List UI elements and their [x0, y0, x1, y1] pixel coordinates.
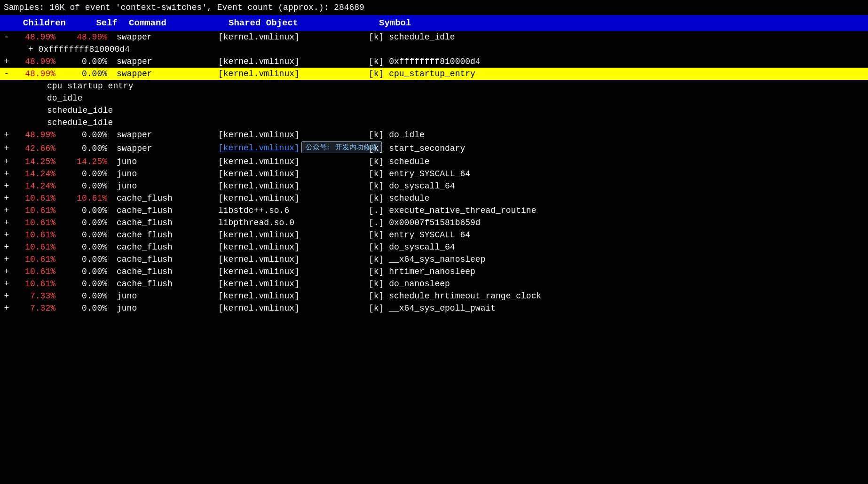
expand-icon[interactable]: + [0, 157, 13, 166]
shared-object-value: [kernel.vmlinux]公众号: 开发内功修炼 [218, 142, 369, 154]
expand-icon[interactable]: + [0, 242, 13, 252]
table-row[interactable]: +10.61%0.00%cache_flushlibstdc++.so.6[.]… [0, 204, 868, 217]
expand-icon[interactable]: + [0, 57, 13, 66]
shared-object-value: [kernel.vmlinux] [218, 267, 369, 276]
symbol-value: [k] do_idle [369, 130, 868, 140]
command-value: cache_flush [115, 218, 218, 227]
children-percent: 48.99% [13, 57, 63, 66]
indent-row: schedule_idle [0, 104, 868, 117]
expand-icon[interactable]: - [0, 32, 13, 42]
children-percent: 7.32% [13, 304, 63, 313]
command-value: cache_flush [115, 206, 218, 215]
header-self[interactable]: Self [73, 18, 125, 28]
self-percent: 0.00% [63, 267, 115, 276]
symbol-value: [k] __x64_sys_epoll_pwait [369, 304, 868, 313]
header-expand [4, 18, 17, 28]
table-row[interactable]: +48.99%0.00%swapper[kernel.vmlinux][k] d… [0, 129, 868, 141]
table-row[interactable]: +14.24%0.00%juno[kernel.vmlinux][k] do_s… [0, 180, 868, 192]
command-value: swapper [115, 69, 218, 78]
table-row[interactable]: +10.61%0.00%cache_flush[kernel.vmlinux][… [0, 229, 868, 241]
children-percent: 10.61% [13, 194, 63, 203]
self-percent: 0.00% [63, 291, 115, 301]
command-value: cache_flush [115, 242, 218, 252]
symbol-value: [k] schedule [369, 194, 868, 203]
children-percent: 10.61% [13, 255, 63, 264]
command-value: juno [115, 291, 218, 301]
symbol-value: [.] 0x00007f51581b659d [369, 218, 868, 227]
symbol-value: [k] 0xffffffff810000d4 [369, 57, 868, 66]
shared-object-value: [kernel.vmlinux] [218, 169, 369, 179]
children-percent: 14.24% [13, 181, 63, 191]
self-percent: 0.00% [63, 242, 115, 252]
table-row[interactable]: +42.66%0.00%swapper[kernel.vmlinux]公众号: … [0, 141, 868, 156]
shared-object-value: [kernel.vmlinux] [218, 230, 369, 240]
table-row[interactable]: +10.61%0.00%cache_flush[kernel.vmlinux][… [0, 278, 868, 290]
expand-icon[interactable]: + [0, 267, 13, 276]
expand-icon[interactable]: + [0, 181, 13, 191]
expand-icon[interactable]: + [0, 218, 13, 227]
expand-icon[interactable]: + [0, 255, 13, 264]
shared-object-value: [kernel.vmlinux] [218, 255, 369, 264]
expand-icon[interactable]: - [0, 69, 13, 78]
command-value: swapper [115, 130, 218, 140]
table-row[interactable]: +7.33%0.00%juno[kernel.vmlinux][k] sched… [0, 290, 868, 302]
command-value: cache_flush [115, 194, 218, 203]
shared-object-value: [kernel.vmlinux] [218, 32, 369, 42]
header-shared-object[interactable]: Shared Object [229, 18, 379, 28]
shared-object-value: libpthread.so.0 [218, 218, 369, 227]
table-row[interactable]: +48.99%0.00%swapper[kernel.vmlinux][k] 0… [0, 55, 868, 68]
table-row[interactable]: -48.99%0.00%swapper[kernel.vmlinux][k] c… [0, 68, 868, 80]
table-row[interactable]: +10.61%0.00%cache_flushlibpthread.so.0[.… [0, 217, 868, 229]
expand-icon[interactable]: + [0, 230, 13, 240]
symbol-value: [k] do_syscall_64 [369, 242, 868, 252]
children-percent: 14.25% [13, 157, 63, 166]
expand-icon[interactable]: + [0, 291, 13, 301]
command-value: cache_flush [115, 267, 218, 276]
expand-icon[interactable]: + [0, 304, 13, 313]
shared-object-value: libstdc++.so.6 [218, 206, 369, 215]
table-row[interactable]: -48.99%48.99%swapper[kernel.vmlinux][k] … [0, 31, 868, 43]
command-value: swapper [115, 57, 218, 66]
symbol-value: [k] schedule_idle [369, 32, 868, 42]
shared-object-value: [kernel.vmlinux] [218, 181, 369, 191]
shared-object-value: [kernel.vmlinux] [218, 194, 369, 203]
expand-icon[interactable]: + [0, 144, 13, 153]
header-command[interactable]: Command [125, 18, 229, 28]
table-row[interactable]: +10.61%0.00%cache_flush[kernel.vmlinux][… [0, 241, 868, 253]
children-percent: 7.33% [13, 291, 63, 301]
shared-object-value: [kernel.vmlinux] [218, 130, 369, 140]
table-row[interactable]: +10.61%0.00%cache_flush[kernel.vmlinux][… [0, 253, 868, 265]
expand-icon[interactable]: + [0, 194, 13, 203]
indent-row: do_idle [0, 92, 868, 104]
symbol-value: [k] hrtimer_nanosleep [369, 267, 868, 276]
table-row[interactable]: +7.32%0.00%juno[kernel.vmlinux][k] __x64… [0, 302, 868, 314]
shared-object-value: [kernel.vmlinux] [218, 242, 369, 252]
shared-object-value: [kernel.vmlinux] [218, 279, 369, 289]
symbol-value: [k] do_nanosleep [369, 279, 868, 289]
expand-icon[interactable]: + [0, 279, 13, 289]
header-children[interactable]: Children [17, 18, 73, 28]
table-row[interactable]: +10.61%0.00%cache_flush[kernel.vmlinux][… [0, 265, 868, 278]
children-percent: 10.61% [13, 206, 63, 215]
symbol-value: [k] cpu_startup_entry [369, 69, 868, 78]
expand-icon[interactable]: + [0, 130, 13, 140]
command-value: juno [115, 181, 218, 191]
self-percent: 10.61% [63, 194, 115, 203]
self-percent: 0.00% [63, 304, 115, 313]
expand-icon[interactable]: + [0, 169, 13, 179]
children-percent: 10.61% [13, 279, 63, 289]
self-percent: 0.00% [63, 69, 115, 78]
command-value: cache_flush [115, 279, 218, 289]
command-value: juno [115, 304, 218, 313]
self-percent: 48.99% [63, 32, 115, 42]
children-percent: 48.99% [13, 32, 63, 42]
table-row[interactable]: +14.24%0.00%juno[kernel.vmlinux][k] entr… [0, 168, 868, 180]
expand-icon[interactable]: + [0, 206, 13, 215]
command-value: juno [115, 157, 218, 166]
self-percent: 0.00% [63, 57, 115, 66]
table-row[interactable]: +14.25%14.25%juno[kernel.vmlinux][k] sch… [0, 156, 868, 168]
header-symbol[interactable]: Symbol [379, 18, 864, 28]
table-row[interactable]: +10.61%10.61%cache_flush[kernel.vmlinux]… [0, 192, 868, 204]
self-percent: 0.00% [63, 181, 115, 191]
children-percent: 10.61% [13, 242, 63, 252]
